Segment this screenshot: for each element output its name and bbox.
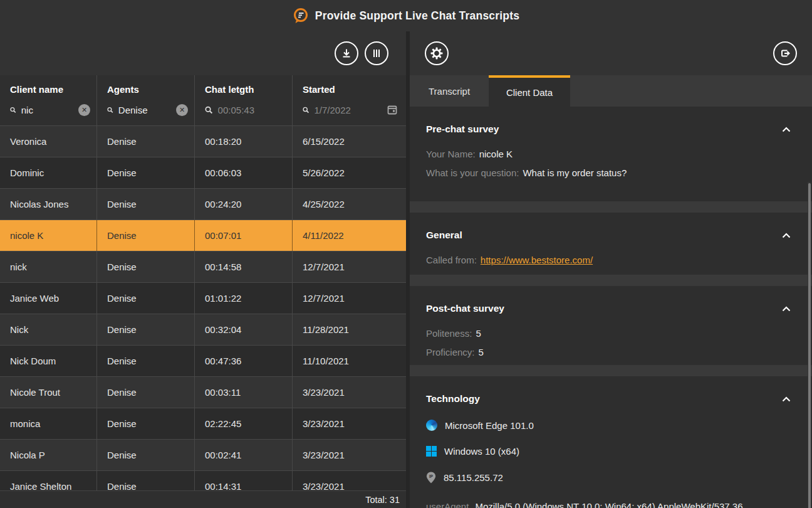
cell-length: 01:01:22 [195,283,293,314]
column-header-label: Agents [107,84,188,95]
cell-agent: Denise [97,220,195,251]
os-row: Windows 10 (x64) [426,446,796,457]
tab-transcript[interactable]: Transcript [410,75,489,107]
field-your-name: Your Name:nicole K [426,149,796,159]
client-name-filter-input[interactable] [21,105,73,115]
table-row[interactable]: Nicola P Denise 00:02:41 3/23/2021 [0,439,406,470]
field-label: Politeness: [426,328,472,339]
edge-browser-icon [426,420,437,431]
cell-started: 4/25/2022 [293,189,406,220]
field-label: Proficiency: [426,347,475,357]
cell-client: nicole K [0,220,97,251]
table-row[interactable]: Veronica Denise 00:18:20 6/15/2022 [0,125,406,157]
user-agent-value: Mozilla/5.0 (Windows NT 10.0; Win64; x64… [426,501,743,508]
cell-started: 6/15/2022 [293,126,406,157]
field-question: What is your question:What is my order s… [426,167,796,178]
table-row[interactable]: Nicole Trout Denise 00:03:11 3/23/2021 [0,376,406,408]
provide-support-logo-icon [293,8,309,24]
section-title: Pre-chat survey [426,124,499,135]
cell-length: 00:03:11 [195,377,293,408]
total-count: Total: 31 [365,495,400,505]
cell-agent: Denise [97,440,195,470]
chat-length-filter-input[interactable] [218,105,286,115]
table-row[interactable]: Nicolas Jones Denise 00:24:20 4/25/2022 [0,188,406,220]
cell-agent: Denise [97,377,195,408]
called-from-link[interactable]: https://www.beststore.com/ [481,255,593,265]
table-row[interactable]: Dominic Denise 00:06:03 5/26/2022 [0,157,406,188]
cell-client: monica [0,408,97,439]
scrollbar-track[interactable] [808,182,811,508]
user-agent-label: userAgent [426,501,469,508]
cell-started: 11/10/2021 [293,346,406,376]
cell-client: Nicolas Jones [0,189,97,220]
column-chat-length: Chat letgth [195,75,293,125]
cell-client: Nicola P [0,440,97,470]
section-gap [410,201,812,213]
cell-started: 5/26/2022 [293,157,406,188]
cell-started: 3/23/2021 [293,440,406,470]
column-header-label: Client name [10,84,90,95]
table-row[interactable]: monica Denise 02:22:45 3/23/2021 [0,408,406,439]
cell-length: 00:47:36 [195,346,293,376]
field-label: Your Name: [426,149,476,159]
started-filter-input[interactable] [315,105,383,115]
chat-length-filter [205,102,286,117]
cell-started: 3/23/2021 [293,408,406,439]
collapse-chevron-up-icon[interactable] [782,306,791,312]
collapse-chevron-up-icon[interactable] [782,233,791,238]
cell-length: 00:24:20 [195,189,293,220]
client-data-panel: Transcript Client Data Pre-chat survey Y… [410,75,812,508]
left-toolbar [0,31,406,75]
windows-icon [426,446,437,457]
cell-agent: Denise [97,157,195,188]
field-label: Called from: [426,255,477,265]
cell-agent: Denise [97,251,195,282]
browser-row: Microsoft Edge 101.0 [426,420,796,431]
search-icon [205,105,213,115]
table-row[interactable]: Nick Doum Denise 00:47:36 11/10/2021 [0,345,406,376]
cell-client: Veronica [0,126,97,157]
cell-client: Janice Web [0,283,97,314]
download-icon[interactable] [335,41,358,65]
cell-agent: Denise [97,189,195,220]
cell-agent: Denise [97,346,195,376]
table-row-selected[interactable]: nicole K Denise 00:07:01 4/11/2022 [0,220,406,251]
table-row[interactable]: nick Denise 00:14:58 12/7/2021 [0,251,406,282]
column-started: Started [293,75,406,125]
cell-length: 00:32:04 [195,314,293,345]
column-client-name: Client name ✕ [0,75,97,125]
cell-started: 12/7/2021 [293,251,406,282]
cell-client: Nicole Trout [0,377,97,408]
table-row[interactable]: Nick Denise 00:32:04 11/28/2021 [0,314,406,345]
search-icon [10,105,16,115]
cell-length: 00:06:03 [195,157,293,188]
transcripts-table: Client name ✕ Agents ✕ Chat letgth [0,75,406,508]
collapse-chevron-up-icon[interactable] [782,396,791,402]
scrollbar-thumb[interactable] [808,183,811,508]
cell-length: 00:07:01 [195,220,293,251]
ip-row: IP 85.115.255.72 [426,472,796,484]
agents-filter-input[interactable] [118,105,171,115]
settings-gear-icon[interactable] [425,41,449,65]
cell-started: 4/11/2022 [293,220,406,251]
section-technology: Technology Microsoft Edge 101.0 Windows … [410,376,812,508]
search-icon [107,105,113,115]
browser-value: Microsoft Edge 101.0 [445,420,534,431]
tab-client-data[interactable]: Client Data [489,75,570,107]
clear-filter-icon[interactable]: ✕ [176,104,188,116]
columns-icon[interactable] [365,41,388,65]
field-proficiency: Proficiency:5 [426,347,796,357]
field-value: 5 [476,328,481,339]
calendar-icon[interactable] [387,105,397,115]
column-agents: Agents ✕ [97,75,195,125]
cell-client: Nick Doum [0,346,97,376]
field-value: nicole K [479,149,513,159]
search-icon [303,105,310,115]
collapse-chevron-up-icon[interactable] [782,127,791,132]
app-window: Provide Support Live Chat Transcripts [0,0,812,508]
clear-filter-icon[interactable]: ✕ [78,104,90,116]
field-politeness: Politeness:5 [426,328,796,339]
right-toolbar: my-account [410,31,812,75]
table-row[interactable]: Janice Web Denise 01:01:22 12/7/2021 [0,282,406,314]
logout-icon[interactable] [773,41,797,65]
